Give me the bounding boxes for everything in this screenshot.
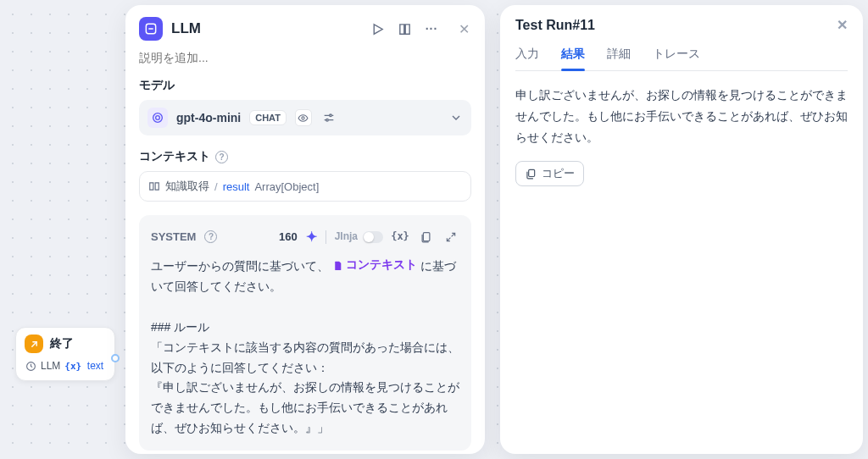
tab-detail[interactable]: 詳細 [607, 47, 631, 70]
tab-result[interactable]: 結果 [561, 47, 585, 70]
svg-marker-2 [374, 24, 382, 33]
run-icon[interactable] [370, 21, 385, 36]
openai-icon [147, 108, 168, 128]
llm-icon [139, 17, 163, 41]
context-retriever-label: 知識取得 [165, 179, 209, 194]
book-icon[interactable] [397, 21, 412, 36]
model-section-label: モデル [125, 75, 485, 100]
context-section-label: コンテキスト [139, 149, 210, 164]
copy-label: コピー [542, 166, 575, 181]
clock-icon [25, 360, 36, 372]
context-variable-inline[interactable]: コンテキスト [332, 255, 417, 275]
model-selector[interactable]: gpt-4o-mini CHAT [139, 100, 471, 135]
system-prompt-editor[interactable]: SYSTEM ? 160 ✦ JInja {x} ユーザーからの質問に基づいて、 [139, 215, 471, 451]
panel-title: LLM [171, 20, 361, 37]
file-icon [332, 260, 343, 271]
system-prompt-body: ユーザーからの質問に基づいて、 コンテキスト に基づいて回答してください。 ##… [151, 255, 459, 439]
book-open-icon [148, 180, 160, 192]
variable-insert-icon[interactable]: {x} [392, 229, 409, 246]
sparkle-icon[interactable]: ✦ [306, 225, 317, 248]
llm-config-panel: LLM ··· ✕ モデル gpt-4o-mini CHAT [125, 5, 485, 454]
tab-trace[interactable]: トレース [653, 47, 700, 70]
more-icon[interactable]: ··· [424, 21, 439, 36]
svg-rect-8 [423, 233, 430, 241]
close-icon[interactable]: ✕ [456, 21, 471, 36]
system-role-label: SYSTEM [151, 228, 196, 246]
toggle-icon [363, 231, 383, 243]
svg-point-7 [326, 119, 329, 121]
help-icon[interactable]: ? [204, 230, 217, 243]
svg-point-6 [330, 114, 332, 117]
sliders-icon[interactable] [320, 109, 337, 126]
svg-rect-9 [529, 169, 535, 176]
svg-point-4 [156, 116, 160, 120]
clipboard-icon [525, 168, 537, 180]
context-type-label: Array[Object] [254, 180, 319, 193]
divider [326, 230, 326, 244]
node-end-var: text [64, 360, 103, 372]
context-result-label: result [223, 180, 250, 193]
eye-icon[interactable] [295, 109, 312, 126]
run-tabs: 入力 結果 詳細 トレース [515, 47, 848, 71]
node-end-llm-label: LLM [41, 360, 60, 372]
chat-badge: CHAT [249, 110, 287, 125]
run-title: Test Run#11 [515, 18, 595, 33]
token-count: 160 [279, 228, 298, 246]
run-output-text: 申し訳ございませんが、お探しの情報を見つけることができませんでした。もし他にお手… [515, 85, 848, 149]
model-name: gpt-4o-mini [176, 111, 241, 124]
help-icon[interactable]: ? [215, 151, 228, 163]
clipboard-icon[interactable] [417, 229, 434, 246]
arrow-out-icon [25, 335, 43, 353]
node-end[interactable]: 終了 LLM text [15, 327, 115, 381]
svg-point-5 [302, 116, 304, 119]
chevron-down-icon[interactable] [449, 111, 463, 124]
test-run-panel: Test Run#11 ✕ 入力 結果 詳細 トレース 申し訳ございませんが、お… [500, 5, 863, 454]
context-separator: / [214, 180, 218, 193]
close-icon[interactable]: ✕ [837, 17, 848, 33]
copy-button[interactable]: コピー [515, 161, 584, 186]
node-connection-port[interactable] [111, 354, 120, 362]
node-end-title: 終了 [50, 336, 74, 351]
context-variable-chip[interactable]: 知識取得 / result Array[Object] [139, 171, 471, 202]
jinja-toggle[interactable]: JInja [335, 228, 383, 245]
expand-icon[interactable] [442, 229, 459, 246]
tab-input[interactable]: 入力 [515, 47, 539, 70]
svg-point-3 [153, 113, 163, 123]
description-input[interactable] [125, 46, 485, 75]
